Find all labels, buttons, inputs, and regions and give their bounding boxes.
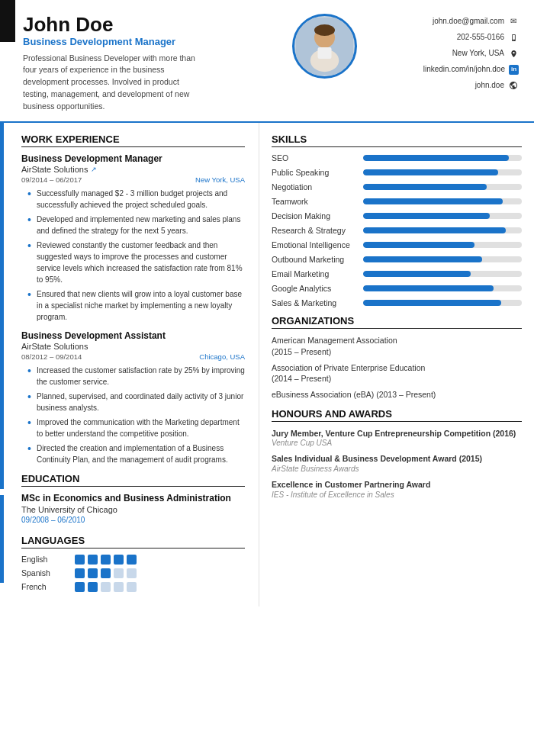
phone-row: 202-555-0166 (366, 30, 519, 45)
web-row: john.doe (366, 78, 519, 93)
avatar-svg (296, 18, 353, 75)
skill-teamwork-label: Teamwork (272, 197, 363, 206)
skill-negotiation-bar-fill (363, 184, 487, 190)
linkedin-text: linkedin.com/in/john.doe (423, 62, 505, 77)
job-2-company: AirState Solutions (21, 342, 245, 351)
skill-teamwork-bar-fill (363, 198, 503, 204)
edu-accent-bar (0, 495, 4, 583)
award-3: Excellence in Customer Partnering Award … (272, 479, 522, 499)
lang-english-squares (75, 555, 137, 565)
header-left: John Doe Business Development Manager Pr… (23, 14, 282, 112)
lang-sq (88, 568, 98, 578)
lang-sq (75, 582, 85, 592)
skill-seo-bar-bg (363, 155, 522, 161)
lang-sq (75, 568, 85, 578)
skill-emotional-intelligence: Emotional Intelligence (272, 240, 522, 249)
skill-teamwork-bar-bg (363, 198, 522, 204)
job-2-bullet-1: Increased the customer satisfaction rate… (29, 365, 245, 388)
award-2-title: Sales Individual & Business Development … (272, 453, 522, 465)
job-2-bullets: Increased the customer satisfaction rate… (21, 365, 245, 465)
languages-section: LANGUAGES English Spanish (17, 535, 245, 592)
skill-emotional-intelligence-label: Emotional Intelligence (272, 240, 363, 249)
skill-negotiation-bar-bg (363, 184, 522, 190)
award-3-sub: IES - Institute of Excellence in Sales (272, 491, 522, 499)
skill-negotiation-label: Negotiation (272, 182, 363, 191)
job-1-meta: 09/2014 – 06/2017 New York, USA (21, 175, 245, 184)
skill-research-strategy-label: Research & Strategy (272, 226, 363, 235)
lang-sq (127, 582, 137, 592)
skill-email-marketing-bar-bg (363, 271, 522, 277)
skill-research-strategy-bar-fill (363, 227, 506, 233)
skills-title: SKILLS (272, 134, 522, 147)
honours-section: HONOURS AND AWARDS Jury Member, Venture … (272, 408, 522, 499)
lang-spanish-row: Spanish (21, 568, 245, 578)
lang-sq (75, 555, 85, 565)
education-section: EDUCATION MSc in Economics and Business … (17, 473, 245, 524)
phone-icon (508, 32, 519, 43)
skill-seo-bar-fill (363, 155, 509, 161)
lang-sq (127, 568, 137, 578)
lang-sq (114, 582, 124, 592)
lang-sq (101, 555, 111, 565)
skill-outbound-marketing-bar-bg (363, 256, 522, 262)
job-1-bullets: Successfully managed $2 - 3 million budg… (21, 188, 245, 323)
profile-photo-area (282, 14, 366, 79)
candidate-title: Business Development Manager (23, 36, 282, 47)
job-1-title: Business Development Manager (21, 153, 245, 164)
web-text: john.doe (475, 78, 504, 93)
skill-google-analytics-bar-bg (363, 285, 522, 291)
languages-title: LANGUAGES (21, 535, 245, 549)
skill-research-strategy-bar-bg (363, 227, 522, 233)
org-1: American Management Association(2015 – P… (272, 335, 522, 357)
edu-degree: MSc in Economics and Business Administra… (21, 493, 245, 505)
skill-public-speaking: Public Speaking (272, 168, 522, 177)
lang-spanish-label: Spanish (21, 568, 75, 577)
lang-sq (88, 582, 98, 592)
lang-sq (114, 555, 124, 565)
work-experience-section: WORK EXPERIENCE Business Development Man… (17, 134, 245, 465)
skill-teamwork: Teamwork (272, 197, 522, 206)
candidate-description: Professional Business Developer with mor… (23, 53, 198, 113)
job-2-bullet-4: Directed the creation and implementation… (29, 442, 245, 465)
lang-sq (101, 582, 111, 592)
org-2: Association of Private Enterprise Educat… (272, 362, 522, 384)
lang-sq (114, 568, 124, 578)
location-icon (508, 48, 519, 59)
svg-rect-4 (317, 47, 331, 59)
location-text: New York, USA (452, 46, 504, 61)
phone-text: 202-555-0166 (457, 30, 504, 45)
job-2-bullet-3: Improved the communication with the Mark… (29, 417, 245, 439)
skill-google-analytics-bar-fill (363, 285, 494, 291)
svg-rect-6 (513, 34, 515, 39)
web-icon (508, 80, 519, 91)
skill-decision-making-bar-fill (363, 213, 490, 219)
svg-point-7 (513, 40, 514, 40)
org-3: eBusiness Association (eBA) (2013 – Pres… (272, 389, 522, 401)
work-accent-bar (0, 123, 4, 489)
job-1-dates: 09/2014 – 06/2017 (21, 175, 82, 184)
main-content: WORK EXPERIENCE Business Development Man… (0, 123, 534, 606)
education-title: EDUCATION (21, 473, 245, 487)
external-link-icon-1[interactable]: ↗ (91, 166, 97, 173)
skill-email-marketing-label: Email Marketing (272, 269, 363, 278)
lang-english-row: English (21, 555, 245, 565)
profile-photo (292, 14, 357, 79)
skill-decision-making-bar-bg (363, 213, 522, 219)
contact-info: john.doe@gmail.com ✉ 202-555-0166 New Yo… (366, 14, 519, 94)
award-2: Sales Individual & Business Development … (272, 453, 522, 473)
lang-french-squares (75, 582, 137, 592)
skill-google-analytics: Google Analytics (272, 284, 522, 293)
lang-english-label: English (21, 555, 75, 564)
job-2-bullet-2: Planned, supervised, and coordinated dai… (29, 391, 245, 413)
lang-french-label: French (21, 582, 75, 591)
skill-public-speaking-label: Public Speaking (272, 168, 363, 177)
lang-sq (88, 555, 98, 565)
award-1: Jury Member, Venture Cup Entrepreneurshi… (272, 428, 522, 448)
skill-public-speaking-bar-fill (363, 169, 498, 175)
location-row: New York, USA (366, 46, 519, 61)
organizations-title: ORGANIZATIONS (272, 315, 522, 329)
skill-sales-marketing-bar-bg (363, 300, 522, 306)
skill-decision-making: Decision Making (272, 211, 522, 220)
right-column: SKILLS SEO Public Speaking Negotiation (259, 123, 534, 606)
skill-emotional-intelligence-bar-bg (363, 242, 522, 248)
